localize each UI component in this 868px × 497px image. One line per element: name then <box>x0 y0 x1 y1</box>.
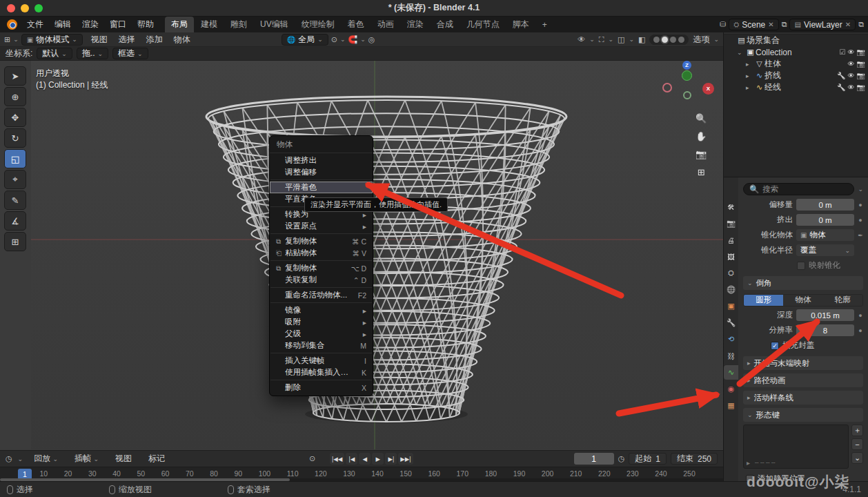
rendered-shading-icon[interactable] <box>678 37 684 43</box>
pan-hand-icon[interactable]: ✋ <box>696 131 707 142</box>
collection-checkbox[interactable]: ☑ <box>840 48 846 56</box>
workspace-tab[interactable]: 渲染 <box>401 17 430 32</box>
expand-icon[interactable]: ⌄ <box>737 49 745 56</box>
workspace-tab[interactable]: 建模 <box>195 17 224 32</box>
toggle-ortho-grid-icon[interactable]: ⊞ <box>698 167 705 177</box>
auto-key-record-icon[interactable]: ⊙ <box>309 454 315 463</box>
pivot-point-icon[interactable]: ⊙ <box>331 35 337 44</box>
properties-tab-material[interactable]: ◉ <box>724 382 739 396</box>
properties-options-caret-icon[interactable]: ⌄ <box>858 186 863 193</box>
context-menu-item[interactable]: 使用插帧集插入关键帧K <box>270 367 373 378</box>
context-menu-item[interactable]: 调整挤出 <box>270 155 373 166</box>
shape-keys-section-header[interactable]: ⌄ 形态键 <box>743 408 863 422</box>
render-visibility-icon[interactable]: 📷 <box>857 72 865 79</box>
mode-dropdown[interactable]: ▣ 物体模式 ⌄ <box>21 34 83 46</box>
add-cube-tool-button[interactable]: ⊞ <box>4 232 26 251</box>
measure-tool-button[interactable]: ∡ <box>4 211 26 231</box>
axis-z-icon[interactable]: Z <box>682 61 691 70</box>
new-viewlayer-button[interactable]: ⧉ <box>858 20 864 29</box>
fill-caps-checkbox[interactable]: ✓ <box>771 342 779 350</box>
options-dropdown[interactable]: 选项 <box>693 34 709 46</box>
properties-tab-object[interactable]: ▣ <box>724 299 739 313</box>
overlays-icon[interactable]: ◫ <box>618 35 624 44</box>
zoom-icon[interactable]: 🔍 <box>696 113 707 124</box>
properties-tab-constraints[interactable]: ⛓ <box>724 349 739 363</box>
zoom-window-button[interactable] <box>34 4 43 12</box>
rotate-tool-button[interactable]: ↻ <box>4 128 26 148</box>
remove-viewlayer-icon[interactable]: ✕ <box>845 21 851 28</box>
path-animation-section-header[interactable]: ▸ 路径动画 <box>743 373 863 387</box>
view-menu[interactable]: 视图 <box>110 451 137 466</box>
context-menu-item[interactable]: 平滑着色 <box>270 182 373 193</box>
eyedropper-icon[interactable]: ✒ <box>858 232 863 239</box>
taper-object-field[interactable]: ▣ 物体 <box>796 229 854 241</box>
viewlayer-selector[interactable]: ▤ ViewLayer ✕ <box>789 19 856 30</box>
orientation-dropdown[interactable]: 🌐 全局 ⌄ <box>282 34 328 46</box>
navigation-gizmo[interactable]: X Z <box>657 66 716 115</box>
outliner-row[interactable]: ▸▽柱体👁📷 <box>724 58 868 70</box>
frame-start-field[interactable]: 起始 1 <box>629 453 667 465</box>
cursor-tool-button[interactable]: ⊕ <box>4 87 26 106</box>
app-menu-item[interactable]: 窗口 <box>104 17 132 32</box>
context-menu-item[interactable]: 镜像▸ <box>270 304 373 316</box>
properties-tab-view-layer[interactable]: 🖼 <box>724 249 739 264</box>
map-taper-checkbox[interactable] <box>797 262 805 270</box>
properties-tab-modifiers[interactable]: 🔧 <box>724 315 739 330</box>
scrollbar-handle[interactable] <box>0 478 290 481</box>
properties-tab-output[interactable]: 🖨 <box>724 233 739 247</box>
transform-tool-button[interactable]: ⌖ <box>4 170 26 189</box>
active-spline-section-header[interactable]: ▸ 活动样条线 <box>743 391 863 405</box>
visibility-eye-icon[interactable]: 👁 <box>848 84 855 91</box>
add-shape-key-button[interactable]: ＋ <box>851 425 863 436</box>
gizmos-icon[interactable]: ⛶ <box>599 35 604 44</box>
camera-view-icon[interactable]: 📷 <box>696 149 707 159</box>
select-mode-dropdown[interactable]: 框选 ⌄ <box>112 48 148 59</box>
drag-dropdown[interactable]: 拖.. ⌄ <box>77 48 108 59</box>
xray-toggle-icon[interactable]: ◧ <box>638 35 645 44</box>
axis-x-icon[interactable]: X <box>702 83 714 95</box>
expand-icon[interactable]: ▸ <box>746 61 754 68</box>
expand-icon[interactable]: ▸ <box>746 72 754 79</box>
context-menu-item[interactable]: 删除X <box>270 382 373 393</box>
jump-prev-keyframe-button[interactable]: |◀ <box>346 453 357 465</box>
properties-tab-render[interactable]: 📷 <box>724 216 739 231</box>
current-frame-field[interactable]: 1 <box>574 453 614 465</box>
unlink-scene-icon[interactable]: ✕ <box>768 21 773 28</box>
use-preview-range-icon[interactable]: ◷ <box>618 454 625 463</box>
workspace-tab[interactable]: + <box>536 18 553 32</box>
animate-dot-icon[interactable]: ● <box>858 327 863 334</box>
bevel-mode-object-button[interactable]: 物体 <box>783 295 822 306</box>
axis-neg-y-icon[interactable] <box>683 91 691 99</box>
solid-shading-icon[interactable] <box>662 37 668 43</box>
properties-tab-tool[interactable]: 🛠 <box>724 199 739 214</box>
animate-dot-icon[interactable]: ● <box>858 202 863 208</box>
expand-icon[interactable]: ▸ <box>746 84 754 91</box>
coord-system-dropdown[interactable]: 默认 ⌄ <box>37 48 72 59</box>
jump-next-keyframe-button[interactable]: ▶| <box>385 453 397 465</box>
viewport-menu-item[interactable]: 视图 <box>86 32 113 47</box>
timeline-scrollbar[interactable] <box>0 478 723 481</box>
workspace-tab[interactable]: 纹理绘制 <box>295 17 341 32</box>
workspace-tab[interactable]: 动画 <box>371 17 400 32</box>
viewport-canvas[interactable] <box>31 61 723 449</box>
viewport-menu-item[interactable]: 选择 <box>113 32 141 47</box>
properties-tab-scene[interactable]: ⛭ <box>724 266 739 280</box>
marker-menu[interactable]: 标记 <box>143 451 170 466</box>
animate-dot-icon[interactable]: ● <box>858 217 863 224</box>
extrude-field[interactable]: 0 m <box>796 214 854 226</box>
play-button[interactable]: ▶ <box>372 453 384 465</box>
timeline-editor-type-icon[interactable]: ◷ <box>6 454 12 463</box>
render-visibility-icon[interactable]: 📷 <box>857 60 865 68</box>
playback-menu[interactable]: 回放 ⌄ <box>28 451 63 466</box>
jump-start-button[interactable]: |◀◀ <box>330 453 344 465</box>
render-visibility-icon[interactable]: 📷 <box>857 48 865 56</box>
scale-tool-button[interactable]: ◱ <box>4 149 26 168</box>
wireframe-shading-icon[interactable] <box>653 37 660 43</box>
properties-tab-object-data[interactable]: ∿ <box>724 365 739 380</box>
context-menu-item[interactable]: ⧉复制物体⌥ D <box>270 262 373 274</box>
axis-neg-x-icon[interactable] <box>662 83 672 92</box>
start-end-mapping-section-header[interactable]: ▸ 开始与末端映射 <box>743 356 863 370</box>
outliner-row[interactable]: ⌄▣Collection☑👁📷 <box>724 46 868 58</box>
context-menu-item[interactable]: 关联复制⌃ D <box>270 274 373 286</box>
app-menu-item[interactable]: 渲染 <box>77 17 104 32</box>
